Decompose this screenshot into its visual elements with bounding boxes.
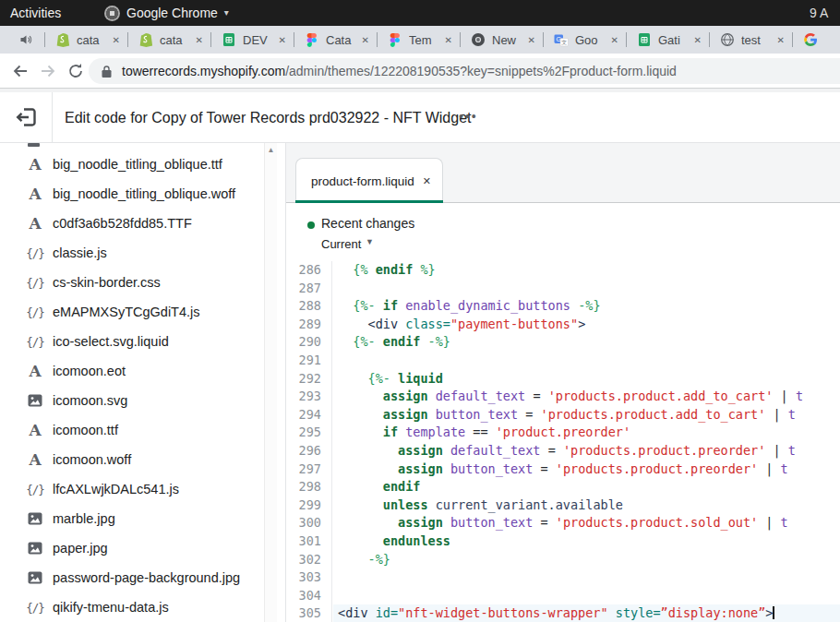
file-item[interactable]: marble.jpg xyxy=(0,504,264,533)
editor-tab-close-icon[interactable]: ✕ xyxy=(423,175,431,187)
tab-close-icon[interactable]: ✕ xyxy=(362,35,369,45)
tab-close-icon[interactable]: ✕ xyxy=(611,35,618,45)
line-number: 286 xyxy=(286,261,331,280)
image-file-icon xyxy=(26,542,44,555)
code-file-icon: {/} xyxy=(26,483,44,496)
lock-icon xyxy=(101,65,113,78)
code-line[interactable]: -%} xyxy=(333,551,840,569)
code-line[interactable]: unless current_variant.available xyxy=(333,496,840,515)
browser-tab[interactable]: Gati✕ xyxy=(626,26,709,54)
file-item[interactable]: paper.jpg xyxy=(0,533,264,563)
file-name: ico-select.svg.liquid xyxy=(53,334,169,349)
file-item[interactable]: password-page-background.jpg xyxy=(0,563,264,592)
editor-tab-bar: product-form.liquid ✕ xyxy=(286,143,840,203)
browser-tab[interactable]: DEV✕ xyxy=(210,26,294,54)
code-line[interactable]: assign button_text = 'products.product.p… xyxy=(333,461,840,479)
chrome-icon xyxy=(104,6,120,21)
app-menu[interactable]: Google Chrome ▾ xyxy=(104,0,229,26)
editor-tab[interactable]: product-form.liquid ✕ xyxy=(295,158,443,203)
code-editor[interactable]: 2862872882892902912922932942952962972982… xyxy=(286,261,840,622)
file-list: Abig_noodle_titling_oblique.ttfAbig_nood… xyxy=(0,150,264,622)
code-line[interactable]: <div class="payment-buttons"> xyxy=(333,316,840,334)
sheets-icon xyxy=(222,32,236,47)
back-button[interactable] xyxy=(11,62,30,80)
recent-changes-panel: Recent changes Current ▼ xyxy=(286,203,840,261)
line-number: 293 xyxy=(286,388,331,406)
chromium-icon xyxy=(471,32,486,47)
code-line[interactable] xyxy=(333,568,840,587)
tab-close-icon[interactable]: ✕ xyxy=(445,35,452,45)
code-line[interactable]: assign button_text = 'products.product.s… xyxy=(333,514,840,532)
tab-close-icon[interactable]: ✕ xyxy=(777,35,785,45)
file-item[interactable]: Abig_noodle_titling_oblique.ttf xyxy=(0,150,264,179)
tab-title: cata xyxy=(77,33,106,47)
file-item[interactable]: {/}ico-select.svg.liquid xyxy=(0,327,264,356)
tab-close-icon[interactable]: ✕ xyxy=(196,35,203,45)
file-item[interactable]: Aicomoon.eot xyxy=(0,356,264,386)
activities-button[interactable]: Activities xyxy=(10,0,61,26)
sidebar-scrollbar[interactable]: ▲ xyxy=(264,143,277,622)
forward-button[interactable] xyxy=(39,62,57,80)
browser-tab[interactable]: Cata✕ xyxy=(294,26,377,54)
code-line[interactable]: {%- if enable_dynamic_buttons -%} xyxy=(333,297,840,316)
code-line[interactable]: {%- liquid xyxy=(333,370,840,389)
code-line[interactable]: assign button_text = 'products.product.a… xyxy=(333,406,840,425)
exit-code-editor-button[interactable] xyxy=(15,105,39,129)
editor-tab-label: product-form.liquid xyxy=(311,174,414,188)
code-line[interactable] xyxy=(333,587,840,605)
clock[interactable]: 9 A xyxy=(810,0,828,26)
more-actions-button[interactable]: ••• xyxy=(459,92,478,141)
browser-tab[interactable]: New✕ xyxy=(460,26,543,54)
file-item[interactable]: Aicomoon.ttf xyxy=(0,415,264,445)
tab-close-icon[interactable]: ✕ xyxy=(279,35,286,45)
code-line[interactable]: endif xyxy=(333,478,840,496)
file-item[interactable]: {/}eMAPMXSyTCgGdiT4.js xyxy=(0,297,264,327)
tab-title: Cata xyxy=(326,33,355,47)
code-line[interactable]: assign default_text = 'products.product.… xyxy=(333,388,840,406)
line-number: 298 xyxy=(286,478,331,496)
code-line[interactable] xyxy=(333,280,840,298)
code-line[interactable] xyxy=(333,352,840,370)
image-file-icon xyxy=(26,394,44,407)
browser-tab[interactable]: cata✕ xyxy=(127,26,210,54)
page-header: Edit code for Copy of Tower Records prd0… xyxy=(0,92,840,143)
image-file-icon xyxy=(26,571,44,584)
code-line[interactable]: endunless xyxy=(333,532,840,551)
file-item[interactable]: Aicomoon.woff xyxy=(0,445,264,474)
browser-tab[interactable]: cata✕ xyxy=(44,26,127,54)
version-dropdown[interactable]: Current xyxy=(321,237,361,251)
code-line[interactable]: <div id="nft-widget-buttons-wrapper" sty… xyxy=(333,604,840,622)
shopify-admin-page: Edit code for Copy of Tower Records prd0… xyxy=(0,92,840,622)
shopify-icon xyxy=(55,32,70,47)
code-line[interactable]: {% endif %} xyxy=(333,261,840,280)
omnibox[interactable]: towerrecords.myshopify.com/admin/themes/… xyxy=(89,58,840,84)
file-item[interactable]: {/}cs-skin-border.css xyxy=(0,268,264,297)
file-name: big_noodle_titling_oblique.woff xyxy=(53,186,235,201)
file-item[interactable]: Ac0df3a6b528fdd85.TTF xyxy=(0,209,264,238)
browser-tab[interactable] xyxy=(792,26,840,54)
code-line[interactable]: if template == 'product.preorder' xyxy=(333,424,840,442)
file-item[interactable]: Abig_noodle_titling_oblique.woff xyxy=(0,179,264,209)
file-item[interactable]: {/}lfcAXLwjkDALc541.js xyxy=(0,474,264,504)
code-file-icon: {/} xyxy=(26,305,44,319)
google-icon xyxy=(803,32,818,47)
code-line[interactable]: assign default_text = 'products.product.… xyxy=(333,442,840,461)
tab-title: DEV xyxy=(243,33,272,47)
tab-close-icon[interactable]: ✕ xyxy=(113,35,120,45)
figma-icon xyxy=(305,32,319,47)
reload-button[interactable] xyxy=(66,62,85,80)
browser-tab[interactable]: test✕ xyxy=(709,26,792,54)
tab-close-icon[interactable]: ✕ xyxy=(528,35,535,45)
tab-title: Goo xyxy=(575,33,605,47)
file-item[interactable]: {/}qikify-tmenu-data.js xyxy=(0,592,264,622)
code-line[interactable]: {%- endif -%} xyxy=(333,333,840,352)
scroll-up-icon[interactable]: ▲ xyxy=(265,146,277,154)
file-item[interactable]: icomoon.svg xyxy=(0,386,264,415)
browser-tab[interactable]: G文Goo✕ xyxy=(543,26,626,54)
audio-speaker-icon[interactable] xyxy=(18,32,33,47)
globe-icon xyxy=(720,32,735,47)
file-name: icomoon.svg xyxy=(53,393,127,408)
file-item[interactable]: {/}classie.js xyxy=(0,238,264,268)
tab-close-icon[interactable]: ✕ xyxy=(694,35,702,45)
browser-tab[interactable]: Tem✕ xyxy=(377,26,460,54)
